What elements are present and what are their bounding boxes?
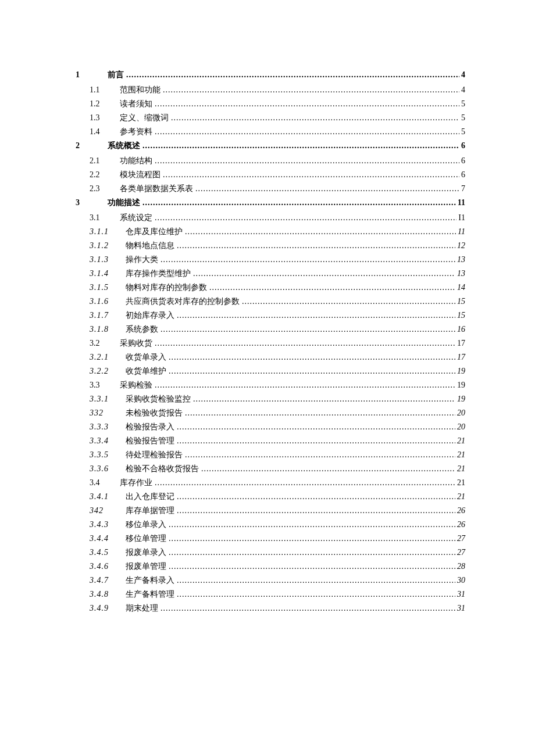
toc-page-number: 11 [456, 228, 465, 236]
toc-entry[interactable]: 3功能描述11 [76, 199, 465, 207]
toc-title: 报废单录入 [126, 549, 169, 557]
toc-leader-dots [155, 214, 456, 222]
toc-entry[interactable]: 3.1.5物料对库存的控制参数14 [76, 284, 465, 292]
toc-leader-dots [169, 521, 455, 529]
toc-entry[interactable]: 3.4.5报废单录入27 [76, 549, 465, 557]
toc-entry[interactable]: 3.1.4库存操作类型维护13 [76, 270, 465, 278]
toc-number: 3.1.1 [90, 228, 126, 236]
toc-title: 各类单据数据关系表 [120, 185, 195, 193]
toc-page-number: 27 [455, 549, 465, 557]
toc-title: 库存作业 [120, 479, 155, 487]
toc-title: 参考资料 [120, 128, 155, 136]
toc-entry[interactable]: 3.3.4检验报告管理21 [76, 437, 465, 445]
toc-entry[interactable]: 3.1.1仓库及库位维护11 [76, 228, 465, 236]
toc-title: 范围和功能 [120, 86, 163, 94]
toc-title: 移位单管理 [126, 535, 169, 543]
toc-number: 1.3 [90, 114, 120, 122]
toc-entry[interactable]: 1.4参考资料5 [76, 128, 465, 136]
toc-entry[interactable]: 2.1功能结构6 [76, 157, 465, 165]
toc-number: 3.3.1 [90, 395, 126, 403]
toc-number: 3.2 [90, 339, 120, 347]
toc-entry[interactable]: 3.2采购收货17 [76, 339, 465, 347]
toc-number: 3.4.7 [90, 576, 126, 585]
toc-entry[interactable]: 3.1.6共应商供货表对库存的控制参数15 [76, 298, 465, 306]
toc-leader-dots [160, 325, 455, 334]
toc-number: 2.2 [90, 171, 120, 179]
toc-entry[interactable]: 2.2模块流程图6 [76, 171, 465, 179]
toc-leader-dots [142, 199, 456, 207]
toc-leader-dots [169, 367, 455, 375]
toc-entry[interactable]: 3.3.5待处理检验报告21 [76, 451, 465, 459]
toc-page-number: 21 [455, 465, 465, 473]
toc-number: 3.4.4 [90, 535, 126, 543]
toc-entry[interactable]: 3.4.6报废单管理28 [76, 562, 465, 571]
toc-page-number: 21 [455, 493, 465, 501]
toc-leader-dots [177, 493, 455, 501]
toc-entry[interactable]: 3.4.3移位单录入26 [76, 521, 465, 529]
toc-title: 检验报告录入 [126, 423, 177, 431]
toc-entry[interactable]: 2系统概述6 [76, 142, 465, 150]
toc-entry[interactable]: 3.1.7初始库存录入15 [76, 311, 465, 320]
toc-entry[interactable]: 1前言4 [76, 71, 465, 79]
toc-entry[interactable]: 3.1.3操作大类13 [76, 256, 465, 264]
toc-entry[interactable]: 1.3定义、缩微词5 [76, 114, 465, 122]
toc-leader-dots [169, 549, 455, 557]
toc-entry[interactable]: 3.4.4移位单管理27 [76, 535, 465, 543]
toc-entry[interactable]: 3.1系统设定I1 [76, 214, 465, 222]
toc-title: 前言 [108, 71, 126, 79]
toc-leader-dots [185, 451, 455, 459]
toc-page-number: 16 [455, 325, 465, 334]
toc-entry[interactable]: 2.3各类单据数据关系表7 [76, 185, 465, 193]
toc-number: 3.2.1 [90, 353, 126, 361]
toc-page-number: 6 [459, 157, 465, 165]
toc-number: 3.3.4 [90, 437, 126, 445]
toc-entry[interactable]: 3.2.2收货单维护19 [76, 367, 465, 375]
toc-entry[interactable]: 3.1.8系统参数16 [76, 325, 465, 334]
toc-title: 出入仓库登记 [126, 493, 177, 501]
toc-page-number: 26 [455, 521, 465, 529]
toc-number: 3.3.6 [90, 465, 126, 473]
toc-leader-dots [193, 395, 455, 403]
toc-title: 检验不合格收货报告 [126, 465, 201, 473]
toc-entry[interactable]: 1.1范围和功能4 [76, 86, 465, 94]
toc-entry[interactable]: 3.3.3检验报告录入20 [76, 423, 465, 431]
toc-entry[interactable]: 332未检验收货报告20 [76, 409, 465, 417]
toc-leader-dots [126, 71, 459, 79]
toc-leader-dots [201, 465, 455, 473]
toc-entry[interactable]: 3.4.9期末处理31 [76, 604, 465, 612]
toc-title: 系统设定 [120, 214, 155, 222]
toc-title: 初始库存录入 [126, 311, 177, 320]
toc-page-number: 15 [455, 298, 465, 306]
toc-page-number: 31 [455, 590, 465, 599]
toc-entry[interactable]: 3.4库存作业21 [76, 479, 465, 487]
toc-leader-dots [177, 576, 455, 585]
toc-entry[interactable]: 3.2.1收货单录入17 [76, 353, 465, 361]
toc-leader-dots [169, 353, 455, 361]
toc-entry[interactable]: 3.3.1采购收货检验监控19 [76, 395, 465, 403]
toc-entry[interactable]: 3.4.7生产备料录入30 [76, 576, 465, 585]
toc-number: 3.1.7 [90, 311, 126, 320]
toc-page-number: 26 [455, 507, 465, 515]
toc-entry[interactable]: 3.4.8生产备料管理31 [76, 590, 465, 599]
toc-entry[interactable]: 3.4.1出入仓库登记21 [76, 493, 465, 501]
toc-page-number: 5 [459, 100, 465, 108]
toc-leader-dots [169, 562, 455, 571]
toc-entry[interactable]: 3.3.6检验不合格收货报告21 [76, 465, 465, 473]
toc-number: 3.1.2 [90, 242, 126, 250]
toc-entry[interactable]: 342库存单据管理26 [76, 507, 465, 515]
toc-title: 收货单维护 [126, 367, 169, 375]
toc-page-number: 21 [455, 479, 465, 487]
toc-leader-dots [177, 242, 455, 250]
toc-number: 1 [76, 71, 108, 79]
toc-title: 期末处理 [126, 604, 160, 612]
toc-page-number: 28 [455, 562, 465, 571]
toc-page-number: 20 [455, 409, 465, 417]
toc-page-number: 21 [455, 437, 465, 445]
toc-entry[interactable]: 1.2读者须知5 [76, 100, 465, 108]
toc-number: 3.1.6 [90, 298, 126, 306]
toc-title: 系统概述 [108, 142, 142, 150]
toc-page-number: 5 [459, 128, 465, 136]
toc-entry[interactable]: 3.3采购检验19 [76, 381, 465, 389]
toc-page-number: 31 [455, 604, 465, 612]
toc-entry[interactable]: 3.1.2物料地点信息12 [76, 242, 465, 250]
